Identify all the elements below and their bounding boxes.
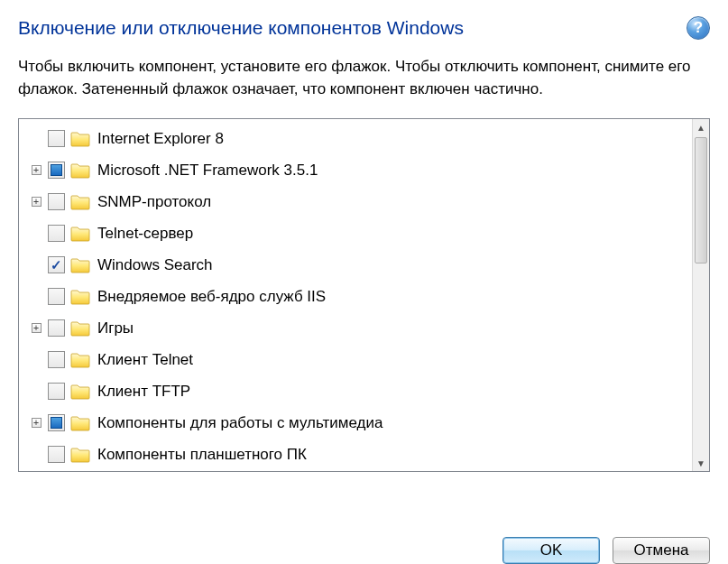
- tree-item[interactable]: Windows Search: [19, 249, 692, 281]
- vertical-scrollbar[interactable]: ▲ ▼: [692, 119, 709, 471]
- folder-icon: [70, 130, 90, 147]
- feature-label: Microsoft .NET Framework 3.5.1: [97, 162, 318, 180]
- tree-item[interactable]: Клиент Telnet: [19, 344, 692, 375]
- feature-label: Internet Explorer 8: [97, 130, 224, 148]
- folder-icon: [70, 383, 90, 400]
- tree-item[interactable]: + SNMP-протокол: [19, 186, 692, 217]
- plus-icon[interactable]: +: [32, 323, 41, 333]
- folder-icon: [70, 414, 90, 431]
- tree-item[interactable]: Internet Explorer 8: [19, 123, 692, 154]
- folder-icon: [70, 351, 90, 368]
- feature-label: Игры: [97, 319, 134, 337]
- tree-item[interactable]: + Microsoft .NET Framework 3.5.1: [19, 154, 692, 186]
- plus-icon[interactable]: +: [32, 418, 41, 428]
- folder-icon: [70, 446, 90, 463]
- scroll-down-arrow[interactable]: ▼: [693, 455, 709, 471]
- feature-checkbox[interactable]: [48, 130, 65, 147]
- tree-item[interactable]: + Игры: [19, 312, 692, 344]
- help-icon[interactable]: ?: [687, 16, 710, 40]
- feature-checkbox[interactable]: [48, 383, 65, 400]
- folder-icon: [70, 225, 90, 242]
- tree-item[interactable]: Клиент TFTP: [19, 375, 692, 407]
- plus-icon[interactable]: +: [32, 197, 41, 207]
- feature-label: SNMP-протокол: [97, 193, 211, 211]
- feature-checkbox[interactable]: [48, 288, 65, 305]
- folder-icon: [70, 193, 90, 210]
- expander[interactable]: +: [28, 323, 44, 333]
- tree-item[interactable]: + Компоненты для работы с мультимедиа: [19, 407, 692, 439]
- dialog-button-row: OK Отмена: [502, 532, 710, 564]
- feature-label: Windows Search: [97, 256, 213, 274]
- tree-body: Internet Explorer 8+ Microsoft .NET Fram…: [19, 119, 692, 471]
- cancel-button[interactable]: Отмена: [613, 537, 710, 564]
- tree-item[interactable]: Внедряемое веб-ядро служб IIS: [19, 281, 692, 312]
- feature-checkbox[interactable]: [48, 351, 65, 368]
- ok-button[interactable]: OK: [502, 537, 600, 564]
- folder-icon: [70, 288, 90, 305]
- feature-checkbox[interactable]: [48, 414, 65, 431]
- feature-label: Telnet-сервер: [97, 225, 193, 243]
- feature-label: Клиент Telnet: [97, 351, 193, 369]
- feature-checkbox[interactable]: [48, 162, 65, 179]
- dialog-description: Чтобы включить компонент, установите его…: [18, 56, 710, 100]
- feature-checkbox[interactable]: [48, 446, 65, 463]
- folder-icon: [70, 319, 90, 337]
- window-body: Включение или отключение компонентов Win…: [0, 0, 728, 472]
- feature-label: Компоненты для работы с мультимедиа: [97, 414, 382, 432]
- plus-icon[interactable]: +: [32, 165, 41, 175]
- title-row: Включение или отключение компонентов Win…: [18, 16, 710, 40]
- expander[interactable]: +: [28, 197, 44, 207]
- feature-label: Компоненты планшетного ПК: [97, 446, 307, 464]
- feature-checkbox[interactable]: [48, 225, 65, 242]
- tree-item[interactable]: Telnet-сервер: [19, 217, 692, 249]
- features-tree: Internet Explorer 8+ Microsoft .NET Fram…: [18, 118, 710, 472]
- scroll-up-arrow[interactable]: ▲: [693, 119, 709, 135]
- expander[interactable]: +: [28, 165, 44, 175]
- dialog-title: Включение или отключение компонентов Win…: [18, 17, 464, 39]
- folder-icon: [70, 162, 90, 179]
- feature-checkbox[interactable]: [48, 319, 65, 337]
- expander[interactable]: +: [28, 418, 44, 428]
- tree-item[interactable]: Компоненты планшетного ПК: [19, 439, 692, 470]
- feature-label: Клиент TFTP: [97, 383, 190, 401]
- folder-icon: [70, 256, 90, 273]
- feature-checkbox[interactable]: [48, 193, 65, 210]
- feature-label: Внедряемое веб-ядро служб IIS: [97, 288, 326, 306]
- scroll-thumb[interactable]: [695, 137, 707, 264]
- feature-checkbox[interactable]: [48, 256, 65, 273]
